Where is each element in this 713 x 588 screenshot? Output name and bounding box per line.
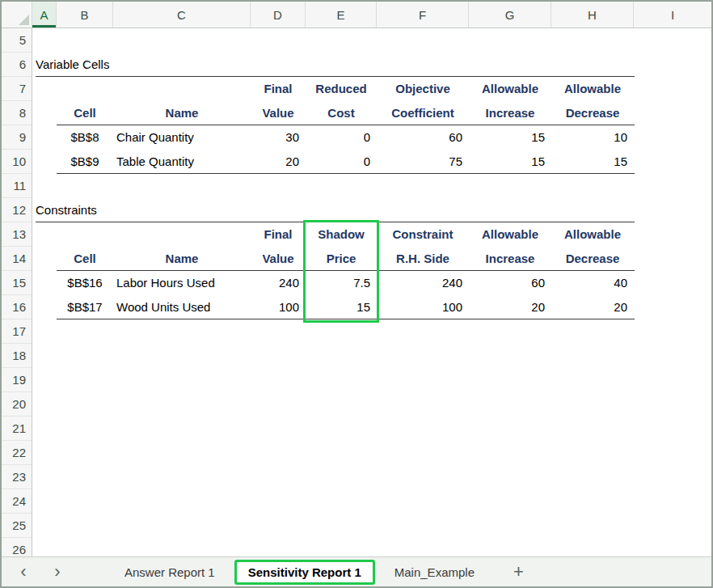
header-cell[interactable]: Cell: [57, 101, 113, 125]
row-header-11[interactable]: 11: [2, 174, 32, 198]
cell-G16[interactable]: 20: [469, 295, 551, 319]
row-header-14[interactable]: 14: [2, 247, 32, 271]
column-header-A[interactable]: A: [32, 2, 57, 27]
column-header-G[interactable]: G: [469, 2, 551, 27]
cell-H15[interactable]: 40: [551, 271, 634, 295]
row-header-18[interactable]: 18: [2, 344, 32, 368]
select-all-corner[interactable]: [2, 2, 32, 27]
cell-G10[interactable]: 15: [469, 150, 551, 174]
row-header-13[interactable]: 13: [2, 222, 32, 247]
cell-G15[interactable]: 60: [469, 271, 551, 295]
row-header-23[interactable]: 23: [2, 465, 32, 489]
add-sheet-icon[interactable]: +: [513, 560, 524, 584]
cell-D16[interactable]: 100: [251, 295, 306, 319]
cell-E15-shadow-price[interactable]: 7.5: [306, 271, 377, 295]
header-value[interactable]: Value: [251, 247, 306, 271]
column-header-row: A B C D E F G H I: [2, 2, 711, 28]
row-header-12[interactable]: 12: [2, 198, 32, 222]
header-allowable-dec[interactable]: Allowable: [551, 222, 634, 247]
column-header-I[interactable]: I: [634, 2, 711, 27]
sheet-tab-sensitivity-report[interactable]: Sensitivity Report 1: [234, 560, 375, 585]
cell-D10[interactable]: 20: [251, 150, 306, 174]
sheet-cells[interactable]: Variable Cells Final Reduced Objective A…: [32, 28, 711, 556]
section-title-variable-cells[interactable]: Variable Cells: [36, 53, 246, 77]
table-rule: [57, 173, 635, 174]
column-header-E[interactable]: E: [306, 2, 377, 27]
cell-G9[interactable]: 15: [469, 125, 551, 150]
row-header-6[interactable]: 6: [2, 53, 32, 77]
cell-B9-ref[interactable]: $B$8: [57, 125, 113, 150]
cell-E10[interactable]: 0: [306, 150, 377, 174]
header-constraint[interactable]: Constraint: [377, 222, 469, 247]
row-header-25[interactable]: 25: [2, 514, 32, 538]
column-header-F[interactable]: F: [377, 2, 469, 27]
row-header-24[interactable]: 24: [2, 489, 32, 514]
cell-H9[interactable]: 10: [551, 125, 634, 150]
sheet-tab-bar: ‹ › Answer Report 1 Sensitivity Report 1…: [2, 556, 711, 586]
header-shadow[interactable]: Shadow: [306, 222, 377, 247]
cell-C16-name[interactable]: Wood Units Used: [113, 295, 251, 319]
row-header-9[interactable]: 9: [2, 125, 32, 150]
row-header-22[interactable]: 22: [2, 441, 32, 465]
sheet-nav-left-icon[interactable]: ‹: [15, 560, 32, 584]
cell-C15-name[interactable]: Labor Hours Used: [113, 271, 251, 295]
row-header-17[interactable]: 17: [2, 319, 32, 344]
cell-C10-name[interactable]: Table Quantity: [113, 150, 251, 174]
cell-D9[interactable]: 30: [251, 125, 306, 150]
row-header-15[interactable]: 15: [2, 271, 32, 295]
excel-window: A B C D E F G H I 5 6 7 8 9 10 11 12 13 …: [0, 0, 713, 588]
header-name[interactable]: Name: [113, 101, 251, 125]
sheet-nav-right-icon[interactable]: ›: [49, 560, 66, 584]
header-final[interactable]: Final: [251, 222, 306, 247]
header-decrease[interactable]: Decrease: [551, 247, 634, 271]
row-header-16[interactable]: 16: [2, 295, 32, 319]
cell-C9-name[interactable]: Chair Quantity: [113, 125, 251, 150]
header-cell[interactable]: Cell: [57, 247, 113, 271]
cell-D15[interactable]: 240: [251, 271, 306, 295]
sheet-tab-main-example[interactable]: Main_Example: [383, 557, 486, 586]
column-header-C[interactable]: C: [113, 2, 251, 27]
header-allowable-inc[interactable]: Allowable: [469, 77, 551, 101]
row-header-7[interactable]: 7: [2, 77, 32, 101]
header-allowable-dec[interactable]: Allowable: [551, 77, 634, 101]
header-cost[interactable]: Cost: [306, 101, 377, 125]
cell-H10[interactable]: 15: [551, 150, 634, 174]
sheet-tab-answer-report[interactable]: Answer Report 1: [113, 557, 226, 586]
row-header-26[interactable]: 26: [2, 538, 32, 556]
header-decrease[interactable]: Decrease: [551, 101, 634, 125]
cell-F15[interactable]: 240: [377, 271, 469, 295]
row-header-8[interactable]: 8: [2, 101, 32, 125]
header-reduced[interactable]: Reduced: [306, 77, 377, 101]
cell-B16-ref[interactable]: $B$17: [57, 295, 113, 319]
header-price[interactable]: Price: [306, 247, 377, 271]
header-rhs[interactable]: R.H. Side: [377, 247, 469, 271]
header-final[interactable]: Final: [251, 77, 306, 101]
row-header-5[interactable]: 5: [2, 28, 32, 53]
table-rule: [57, 319, 635, 319]
row-header-10[interactable]: 10: [2, 150, 32, 174]
row-header-20[interactable]: 20: [2, 392, 32, 417]
cell-E9[interactable]: 0: [306, 125, 377, 150]
header-coefficient[interactable]: Coefficient: [377, 101, 469, 125]
cell-B15-ref[interactable]: $B$16: [57, 271, 113, 295]
cell-F16[interactable]: 100: [377, 295, 469, 319]
cell-F9[interactable]: 60: [377, 125, 469, 150]
header-increase[interactable]: Increase: [469, 101, 551, 125]
header-increase[interactable]: Increase: [469, 247, 551, 271]
column-header-B[interactable]: B: [57, 2, 113, 27]
cell-H16[interactable]: 20: [551, 295, 634, 319]
header-allowable-inc[interactable]: Allowable: [469, 222, 551, 247]
cell-F10[interactable]: 75: [377, 150, 469, 174]
row-header-19[interactable]: 19: [2, 368, 32, 392]
header-objective[interactable]: Objective: [377, 77, 469, 101]
column-header-D[interactable]: D: [251, 2, 306, 27]
row-header-column: 5 6 7 8 9 10 11 12 13 14 15 16 17 18 19 …: [2, 28, 32, 556]
cell-B10-ref[interactable]: $B$9: [57, 150, 113, 174]
column-header-H[interactable]: H: [551, 2, 634, 27]
section-title-constraints[interactable]: Constraints: [36, 198, 246, 222]
header-name[interactable]: Name: [113, 247, 251, 271]
row-header-21[interactable]: 21: [2, 417, 32, 441]
cell-E16-shadow-price[interactable]: 15: [306, 295, 377, 319]
header-value[interactable]: Value: [251, 101, 306, 125]
select-all-triangle-icon: [19, 15, 29, 25]
